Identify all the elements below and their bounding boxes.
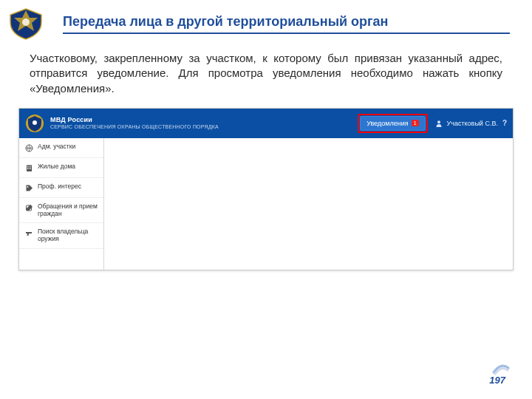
title-underline <box>63 33 510 34</box>
user-icon <box>435 120 443 127</box>
sidebar-item-label: Проф. интерес <box>38 183 81 191</box>
globe-icon <box>25 144 33 152</box>
app-title-sub: СЕРВИС ОБЕСПЕЧЕНИЯ ОХРАНЫ ОБЩЕСТВЕННОГО … <box>50 124 358 130</box>
svg-rect-6 <box>27 166 29 168</box>
notifications-button[interactable]: Уведомления 1 <box>360 116 425 131</box>
user-name: Участковый С.В. <box>447 120 498 127</box>
sidebar-item-appeals[interactable]: Обращения и прием граждан <box>19 198 103 224</box>
sidebar-item-label: Адм. участки <box>38 143 75 151</box>
page-decoration-icon <box>491 361 510 375</box>
app-screenshot: МВД России СЕРВИС ОБЕСПЕЧЕНИЯ ОХРАНЫ ОБЩ… <box>18 108 514 270</box>
notifications-highlight: Уведомления 1 <box>358 114 427 133</box>
svg-point-2 <box>33 120 37 125</box>
notifications-label: Уведомления <box>366 120 408 127</box>
sidebar-item-districts[interactable]: Адм. участки <box>19 138 103 158</box>
edit-icon <box>25 204 33 212</box>
page-number: 197 <box>489 375 505 386</box>
sidebar: Адм. участки Жилые дома Проф. интерес Об… <box>19 138 104 270</box>
svg-point-10 <box>27 186 29 188</box>
building-icon <box>25 164 33 172</box>
sidebar-item-label: Обращения и прием граждан <box>38 203 98 218</box>
app-title-main: МВД России <box>50 117 358 124</box>
sidebar-item-weapon-owner[interactable]: Поиск владельца оружия <box>19 223 103 249</box>
user-block[interactable]: Участковый С.В. ? <box>435 119 507 127</box>
svg-point-0 <box>22 18 30 26</box>
slide-description: Участковому, закрепленному за участком, … <box>0 41 532 103</box>
sidebar-item-interest[interactable]: Проф. интерес <box>19 178 103 198</box>
sidebar-item-houses[interactable]: Жилые дома <box>19 158 103 178</box>
slide-header: Передача лица в другой территориальный о… <box>0 0 532 41</box>
sidebar-item-label: Жилые дома <box>38 163 75 171</box>
app-emblem-icon <box>25 114 44 133</box>
help-button[interactable]: ? <box>502 119 507 127</box>
notifications-badge: 1 <box>412 120 419 126</box>
slide-title: Передача лица в другой территориальный о… <box>63 14 510 33</box>
svg-rect-8 <box>27 168 29 169</box>
gun-icon <box>25 229 33 237</box>
app-topbar: МВД России СЕРВИС ОБЕСПЕЧЕНИЯ ОХРАНЫ ОБЩ… <box>19 109 513 138</box>
tag-icon <box>25 184 33 192</box>
svg-point-3 <box>437 120 440 123</box>
app-title-block: МВД России СЕРВИС ОБЕСПЕЧЕНИЯ ОХРАНЫ ОБЩ… <box>50 117 358 130</box>
sidebar-item-label: Поиск владельца оружия <box>38 228 98 243</box>
svg-rect-7 <box>30 166 31 168</box>
app-content <box>104 138 513 270</box>
svg-rect-9 <box>30 168 31 169</box>
app-body: Адм. участки Жилые дома Проф. интерес Об… <box>19 138 513 270</box>
mvd-emblem-icon <box>7 7 44 41</box>
